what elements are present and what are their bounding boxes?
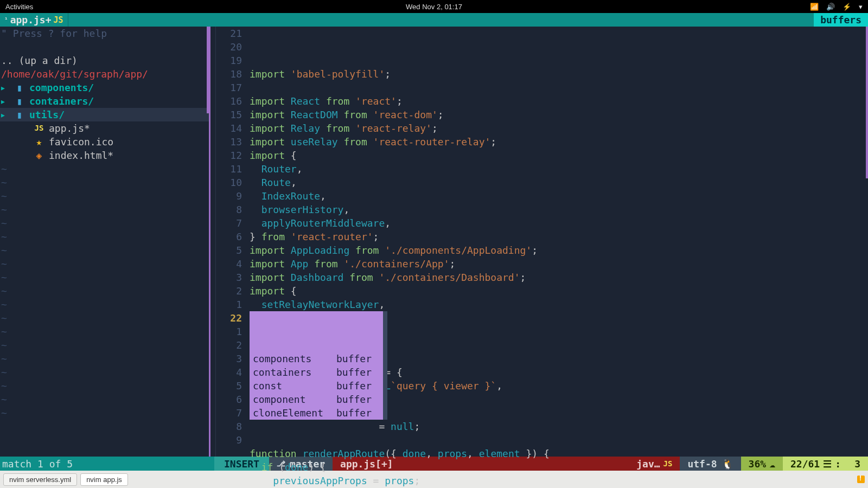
- line-number: 5: [216, 379, 242, 393]
- code-line[interactable]: previousAppProps = props;: [246, 474, 868, 487]
- code-line[interactable]: setRelayNetworkLayer,: [246, 298, 868, 311]
- line-number: 7: [216, 406, 242, 420]
- completion-item[interactable]: constbuffer: [250, 379, 383, 393]
- code-line[interactable]: function renderAppRoute({ done, props, e…: [246, 447, 868, 460]
- line-number: 9: [216, 433, 242, 447]
- wifi-icon[interactable]: 📶: [810, 3, 819, 11]
- empty-line-marker: ~: [0, 338, 209, 352]
- editor-scrollbar[interactable]: [866, 27, 868, 178]
- code-line[interactable]: import ReactDOM from 'react-dom';: [246, 108, 868, 121]
- code-area[interactable]: import 'babel-polyfill';import React fro…: [246, 27, 868, 457]
- code-line[interactable]: } from 'react-router';: [246, 230, 868, 243]
- completion-kind: buffer: [336, 352, 383, 365]
- code-line[interactable]: Route,: [246, 176, 868, 189]
- code-line[interactable]: applyRouterMiddleware,: [246, 216, 868, 230]
- code-line[interactable]: IndexRoute,: [246, 189, 868, 203]
- code-line[interactable]: import Relay from 'react-relay';: [246, 121, 868, 135]
- completion-word: const: [250, 379, 336, 393]
- code-line[interactable]: import App from './containers/App';: [246, 257, 868, 271]
- completion-word: containers: [250, 365, 336, 379]
- task-button[interactable]: nvim serverless.yml: [3, 473, 77, 486]
- line-number: 10: [216, 176, 242, 189]
- buffer-tab[interactable]: ¹ app.js+ JS: [0, 13, 68, 27]
- tree-dir[interactable]: ▸▮components/: [0, 81, 209, 94]
- line-number: 22: [216, 311, 242, 325]
- tree-dir[interactable]: ▸▮utils/: [0, 108, 209, 121]
- popup-scrollbar[interactable]: [383, 311, 387, 420]
- file-name: app.js*: [49, 121, 90, 135]
- line-number: 21: [216, 27, 242, 40]
- line-number: 1: [216, 298, 242, 311]
- line-number: 3: [216, 352, 242, 365]
- battery-icon[interactable]: ⚡: [843, 3, 851, 11]
- line-number: 1: [216, 325, 242, 338]
- completion-item[interactable]: componentsbuffer: [250, 352, 383, 365]
- code-line[interactable]: import useRelay from 'react-router-relay…: [246, 135, 868, 149]
- line-number: 11: [216, 162, 242, 176]
- code-line[interactable]: [246, 81, 868, 94]
- empty-line-marker: ~: [0, 284, 209, 298]
- code-line[interactable]: browserHistory,: [246, 203, 868, 216]
- code-line[interactable]: = null;: [246, 420, 868, 433]
- line-number: 7: [216, 216, 242, 230]
- line-number: 4: [216, 365, 242, 379]
- system-menu-caret-icon[interactable]: ▾: [859, 3, 863, 11]
- completion-item[interactable]: componentbuffer: [250, 393, 383, 406]
- buffers-label[interactable]: buffers: [814, 13, 868, 27]
- completion-popup[interactable]: componentsbuffercontainersbufferconstbuf…: [250, 311, 383, 420]
- code-line[interactable]: import React from 'react';: [246, 94, 868, 108]
- empty-line-marker: ~: [0, 379, 209, 393]
- completion-item[interactable]: containersbuffer: [250, 365, 383, 379]
- code-line[interactable]: import {: [246, 284, 868, 298]
- html-icon: ◈: [29, 149, 49, 162]
- expand-icon[interactable]: ▸: [0, 94, 10, 108]
- code-line[interactable]: Router,: [246, 162, 868, 176]
- tree-updir[interactable]: .. (up a dir): [0, 54, 209, 67]
- line-number: 17: [216, 81, 242, 94]
- line-number: 2: [216, 284, 242, 298]
- code-line[interactable]: import Dashboard from './containers/Dash…: [246, 271, 868, 284]
- task-button[interactable]: nvim app.js: [80, 473, 128, 486]
- tab-filename: app.js+: [10, 14, 52, 25]
- completion-word: component: [250, 393, 336, 406]
- expand-icon[interactable]: ▸: [0, 81, 10, 94]
- code-line[interactable]: import AppLoading from './components/App…: [246, 243, 868, 257]
- line-number: 8: [216, 203, 242, 216]
- expand-icon[interactable]: ▸: [0, 108, 10, 121]
- file-tree[interactable]: " Press ? for help .. (up a dir) /home/o…: [0, 27, 209, 457]
- empty-line-marker: ~: [0, 257, 209, 271]
- completion-item[interactable]: cloneElementbuffer: [250, 406, 383, 420]
- code-line[interactable]: import 'babel-polyfill';: [246, 67, 868, 81]
- code-line[interactable]: import {: [246, 149, 868, 162]
- empty-line-marker: ~: [0, 271, 209, 284]
- line-number: 5: [216, 243, 242, 257]
- activities-button[interactable]: Activities: [5, 3, 33, 11]
- clock[interactable]: Wed Nov 2, 01:17: [406, 3, 462, 11]
- line-number: 4: [216, 257, 242, 271]
- code-line[interactable]: [246, 433, 868, 447]
- line-number-gutter: 2120191817161514131211109876543212212345…: [216, 27, 246, 457]
- tree-file[interactable]: ◈index.html*: [0, 149, 209, 162]
- editor[interactable]: 2120191817161514131211109876543212212345…: [209, 27, 868, 457]
- code-line[interactable]: if (done) {: [246, 460, 868, 474]
- empty-line-marker: ~: [0, 352, 209, 365]
- line-number: 13: [216, 135, 242, 149]
- volume-icon[interactable]: 🔊: [826, 3, 835, 11]
- empty-line-marker: ~: [0, 325, 209, 338]
- dir-name: utils/: [29, 108, 65, 121]
- completion-kind: buffer: [336, 393, 383, 406]
- empty-line-marker: ~: [0, 162, 209, 176]
- notification-icon[interactable]: [857, 476, 865, 483]
- tree-dir[interactable]: ▸▮containers/: [0, 94, 209, 108]
- line-number: 6: [216, 230, 242, 243]
- file-name: index.html*: [49, 149, 113, 162]
- line-number: 20: [216, 40, 242, 54]
- folder-icon: ▮: [10, 94, 29, 108]
- star-icon: ★: [29, 135, 49, 149]
- tree-file[interactable]: ★favicon.ico: [0, 135, 209, 149]
- tree-file[interactable]: JSapp.js*: [0, 121, 209, 135]
- line-number: 14: [216, 121, 242, 135]
- empty-line-marker: ~: [0, 406, 209, 420]
- completion-kind: buffer: [336, 406, 383, 420]
- dir-name: containers/: [29, 94, 94, 108]
